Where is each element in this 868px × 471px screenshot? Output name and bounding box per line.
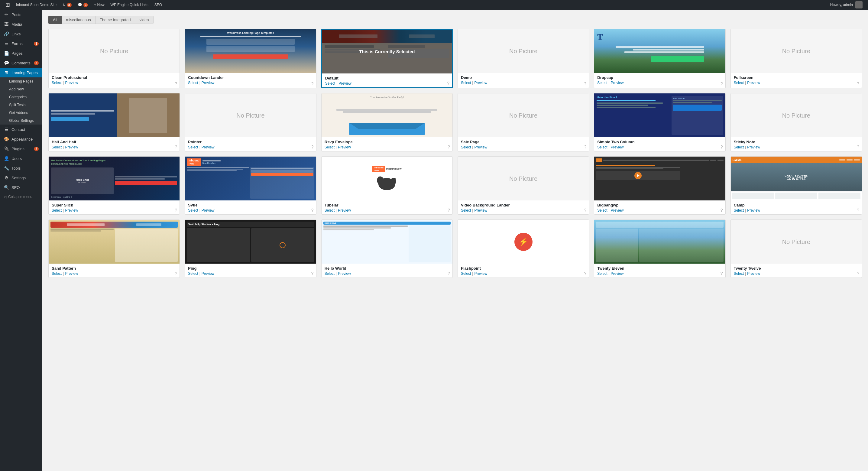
preview-link[interactable]: Preview: [339, 81, 351, 86]
adminbar-wp-engine[interactable]: WP Engine Quick Links: [107, 0, 151, 10]
submenu-categories[interactable]: Categories: [0, 93, 42, 101]
preview-link[interactable]: Preview: [474, 271, 487, 276]
help-icon[interactable]: ?: [584, 81, 587, 86]
adminbar-wp-logo[interactable]: ⊞: [2, 0, 13, 10]
select-link[interactable]: Select: [52, 81, 62, 85]
help-icon[interactable]: ?: [175, 81, 178, 86]
sidebar-item-pages[interactable]: 📄 Pages: [0, 48, 42, 58]
sidebar-item-posts[interactable]: ✏ Posts: [0, 10, 42, 19]
preview-link[interactable]: Preview: [202, 271, 215, 276]
tab-video[interactable]: video: [135, 16, 153, 24]
select-link[interactable]: Select: [188, 271, 198, 276]
select-link[interactable]: Select: [597, 81, 607, 85]
sidebar-item-plugins[interactable]: 🔌 Plugins 5: [0, 144, 42, 154]
help-icon[interactable]: ?: [447, 208, 450, 212]
select-link[interactable]: Select: [188, 208, 198, 212]
preview-link[interactable]: Preview: [65, 271, 78, 276]
help-icon[interactable]: ?: [584, 208, 587, 212]
select-link[interactable]: Select: [461, 81, 471, 85]
submenu-global-settings[interactable]: Global Settings: [0, 117, 42, 124]
select-link[interactable]: Select: [734, 208, 744, 212]
help-icon[interactable]: ?: [720, 271, 723, 276]
preview-link[interactable]: Preview: [611, 271, 624, 276]
sidebar-item-comments[interactable]: 💬 Comments 3: [0, 58, 42, 68]
tab-theme-integrated[interactable]: Theme Integrated: [95, 16, 135, 24]
adminbar-comments[interactable]: 💬 3: [75, 0, 91, 10]
sidebar-item-forms[interactable]: ☰ Forms 1: [0, 39, 42, 48]
preview-link[interactable]: Preview: [202, 145, 215, 149]
submenu-split-tests[interactable]: Split Tests: [0, 101, 42, 109]
preview-link[interactable]: Preview: [338, 208, 351, 212]
select-link[interactable]: Select: [461, 271, 471, 276]
preview-link[interactable]: Preview: [202, 208, 215, 212]
adminbar-user[interactable]: Howdy, admin: [827, 0, 866, 10]
sidebar-item-media[interactable]: 🖼 Media: [0, 19, 42, 29]
help-icon[interactable]: ?: [447, 271, 450, 276]
select-link[interactable]: Select: [734, 271, 744, 276]
help-icon[interactable]: ?: [175, 145, 178, 149]
sidebar-item-seo[interactable]: 🔍 SEO: [0, 183, 42, 192]
select-link[interactable]: Select: [597, 208, 607, 212]
preview-link[interactable]: Preview: [611, 208, 624, 212]
select-link[interactable]: Select: [188, 145, 198, 149]
adminbar-updates[interactable]: ↻ 8: [60, 0, 75, 10]
sidebar-item-users[interactable]: 👤 Users: [0, 154, 42, 163]
submenu-add-new[interactable]: Add New: [0, 85, 42, 93]
tab-all[interactable]: All: [49, 16, 62, 24]
select-link[interactable]: Select: [734, 81, 744, 85]
adminbar-new[interactable]: + New: [91, 0, 107, 10]
preview-link[interactable]: Preview: [747, 271, 760, 276]
select-link[interactable]: Select: [461, 145, 471, 149]
help-icon[interactable]: ?: [720, 81, 723, 86]
submenu-get-addons[interactable]: Get Addons: [0, 109, 42, 117]
select-link[interactable]: Select: [734, 145, 744, 149]
help-icon[interactable]: ?: [857, 81, 859, 86]
preview-link[interactable]: Preview: [747, 145, 760, 149]
sidebar-item-tools[interactable]: 🔧 Tools: [0, 163, 42, 173]
help-icon[interactable]: ?: [175, 271, 178, 276]
help-icon[interactable]: ?: [311, 145, 314, 149]
help-icon[interactable]: ?: [311, 208, 314, 212]
sidebar-item-links[interactable]: 🔗 Links: [0, 29, 42, 39]
preview-link[interactable]: Preview: [202, 81, 215, 85]
select-link[interactable]: Select: [461, 208, 471, 212]
sidebar-item-settings[interactable]: ⚙ Settings: [0, 173, 42, 183]
select-link[interactable]: Select: [324, 208, 335, 212]
collapse-menu-button[interactable]: ◁ Collapse menu: [0, 192, 42, 201]
preview-link[interactable]: Preview: [65, 81, 78, 85]
help-icon[interactable]: ?: [175, 208, 178, 212]
sidebar-item-landing-pages[interactable]: ⊞ Landing Pages: [0, 68, 42, 78]
submenu-landing-pages[interactable]: Landing Pages: [0, 78, 42, 85]
help-icon[interactable]: ?: [720, 145, 723, 149]
select-link[interactable]: Select: [52, 145, 62, 149]
sidebar-item-appearance[interactable]: 🎨 Appearance: [0, 134, 42, 144]
preview-link[interactable]: Preview: [338, 271, 351, 276]
adminbar-site-name[interactable]: Inbound Soon Demo Site: [13, 0, 60, 10]
preview-link[interactable]: Preview: [65, 208, 78, 212]
preview-link[interactable]: Preview: [747, 81, 760, 85]
select-link[interactable]: Select: [52, 271, 62, 276]
select-link[interactable]: Select: [597, 145, 607, 149]
help-icon[interactable]: ?: [311, 81, 314, 86]
select-link[interactable]: Select: [325, 81, 335, 86]
preview-link[interactable]: Preview: [474, 81, 487, 85]
select-link[interactable]: Select: [188, 81, 198, 85]
help-icon[interactable]: ?: [447, 145, 450, 149]
preview-link[interactable]: Preview: [611, 81, 624, 85]
help-icon[interactable]: ?: [584, 271, 587, 276]
select-link[interactable]: Select: [324, 145, 335, 149]
help-icon[interactable]: ?: [311, 271, 314, 276]
select-link[interactable]: Select: [324, 271, 335, 276]
preview-link[interactable]: Preview: [474, 208, 487, 212]
help-icon[interactable]: ?: [857, 271, 859, 276]
adminbar-seo[interactable]: SEO: [151, 0, 165, 10]
preview-link[interactable]: Preview: [65, 145, 78, 149]
select-link[interactable]: Select: [597, 271, 607, 276]
help-icon[interactable]: ?: [857, 145, 859, 149]
help-icon[interactable]: ?: [720, 208, 723, 212]
preview-link[interactable]: Preview: [338, 145, 351, 149]
tab-miscellaneous[interactable]: miscellaneous: [61, 16, 95, 24]
select-link[interactable]: Select: [52, 208, 62, 212]
preview-link[interactable]: Preview: [747, 208, 760, 212]
preview-link[interactable]: Preview: [474, 145, 487, 149]
